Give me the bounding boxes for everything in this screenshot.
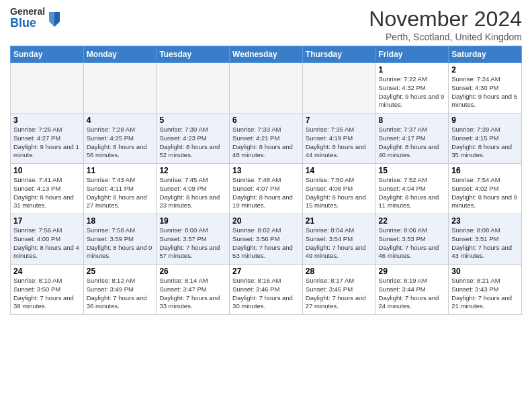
calendar-cell	[83, 63, 157, 113]
day-info: Sunrise: 8:10 AMSunset: 3:50 PMDaylight:…	[13, 277, 81, 311]
calendar-cell: 14Sunrise: 7:50 AMSunset: 4:06 PMDayligh…	[302, 164, 375, 214]
day-number: 12	[159, 166, 226, 175]
day-info: Sunrise: 8:21 AMSunset: 3:43 PMDaylight:…	[451, 277, 519, 311]
calendar-cell: 28Sunrise: 8:17 AMSunset: 3:45 PMDayligh…	[302, 265, 375, 315]
col-tuesday: Tuesday	[157, 46, 230, 63]
calendar-body: 1Sunrise: 7:22 AMSunset: 4:32 PMDaylight…	[11, 63, 522, 315]
day-number: 21	[306, 216, 373, 226]
day-info: Sunrise: 8:08 AMSunset: 3:51 PMDaylight:…	[451, 226, 519, 261]
calendar-week-3: 17Sunrise: 7:56 AMSunset: 4:00 PMDayligh…	[11, 214, 522, 265]
day-info: Sunrise: 7:52 AMSunset: 4:04 PMDaylight:…	[379, 176, 446, 210]
calendar-cell: 6Sunrise: 7:33 AMSunset: 4:21 PMDaylight…	[230, 113, 303, 164]
calendar-week-1: 3Sunrise: 7:26 AMSunset: 4:27 PMDaylight…	[11, 113, 522, 164]
day-info: Sunrise: 7:41 AMSunset: 4:13 PMDaylight:…	[13, 176, 81, 210]
day-info: Sunrise: 7:37 AMSunset: 4:17 PMDaylight:…	[379, 126, 446, 160]
col-sunday: Sunday	[11, 46, 84, 63]
calendar-cell: 9Sunrise: 7:39 AMSunset: 4:15 PMDaylight…	[449, 113, 522, 164]
calendar-week-2: 10Sunrise: 7:41 AMSunset: 4:13 PMDayligh…	[11, 164, 522, 214]
day-number: 27	[232, 267, 300, 276]
svg-marker-1	[54, 12, 60, 27]
col-wednesday: Wednesday	[230, 46, 303, 63]
day-number: 11	[87, 166, 154, 175]
day-number: 20	[232, 216, 300, 226]
calendar-cell: 26Sunrise: 8:14 AMSunset: 3:47 PMDayligh…	[157, 265, 230, 315]
calendar-header: Sunday Monday Tuesday Wednesday Thursday…	[11, 46, 522, 63]
calendar-cell: 21Sunrise: 8:04 AMSunset: 3:54 PMDayligh…	[302, 214, 375, 265]
day-info: Sunrise: 8:16 AMSunset: 3:46 PMDaylight:…	[232, 277, 300, 311]
page-header: General Blue November 2024 Perth, Scotla…	[10, 7, 522, 42]
day-info: Sunrise: 8:17 AMSunset: 3:45 PMDaylight:…	[306, 277, 373, 311]
calendar-cell: 20Sunrise: 8:02 AMSunset: 3:56 PMDayligh…	[230, 214, 303, 265]
calendar-cell: 2Sunrise: 7:24 AMSunset: 4:30 PMDaylight…	[449, 63, 522, 113]
calendar-cell: 16Sunrise: 7:54 AMSunset: 4:02 PMDayligh…	[449, 164, 522, 214]
month-title: November 2024	[369, 7, 522, 32]
calendar-week-0: 1Sunrise: 7:22 AMSunset: 4:32 PMDaylight…	[11, 63, 522, 113]
day-info: Sunrise: 8:04 AMSunset: 3:54 PMDaylight:…	[306, 226, 373, 261]
logo-blue: Blue	[10, 17, 45, 30]
col-saturday: Saturday	[449, 46, 522, 63]
calendar-cell: 30Sunrise: 8:21 AMSunset: 3:43 PMDayligh…	[449, 265, 522, 315]
calendar-cell: 25Sunrise: 8:12 AMSunset: 3:49 PMDayligh…	[83, 265, 157, 315]
day-info: Sunrise: 8:12 AMSunset: 3:49 PMDaylight:…	[87, 277, 154, 311]
day-number: 30	[451, 267, 519, 276]
day-info: Sunrise: 7:33 AMSunset: 4:21 PMDaylight:…	[232, 126, 300, 160]
day-info: Sunrise: 7:26 AMSunset: 4:27 PMDaylight:…	[13, 126, 81, 160]
day-info: Sunrise: 8:00 AMSunset: 3:57 PMDaylight:…	[159, 226, 226, 261]
calendar-cell	[11, 63, 84, 113]
day-number: 26	[159, 267, 226, 276]
day-info: Sunrise: 7:43 AMSunset: 4:11 PMDaylight:…	[87, 176, 154, 210]
day-number: 6	[232, 116, 300, 125]
day-number: 8	[379, 116, 446, 125]
day-number: 28	[306, 267, 373, 276]
day-number: 15	[379, 166, 446, 175]
calendar-cell: 18Sunrise: 7:58 AMSunset: 3:59 PMDayligh…	[83, 214, 157, 265]
calendar-cell: 23Sunrise: 8:08 AMSunset: 3:51 PMDayligh…	[449, 214, 522, 265]
calendar-cell: 13Sunrise: 7:48 AMSunset: 4:07 PMDayligh…	[230, 164, 303, 214]
day-info: Sunrise: 7:56 AMSunset: 4:00 PMDaylight:…	[13, 226, 81, 261]
calendar-cell: 10Sunrise: 7:41 AMSunset: 4:13 PMDayligh…	[11, 164, 84, 214]
calendar-cell: 8Sunrise: 7:37 AMSunset: 4:17 PMDaylight…	[375, 113, 449, 164]
day-info: Sunrise: 7:50 AMSunset: 4:06 PMDaylight:…	[306, 176, 373, 210]
calendar-cell: 1Sunrise: 7:22 AMSunset: 4:32 PMDaylight…	[375, 63, 449, 113]
calendar-table: Sunday Monday Tuesday Wednesday Thursday…	[10, 46, 522, 315]
day-number: 2	[451, 65, 519, 75]
calendar-cell	[230, 63, 303, 113]
calendar-cell: 29Sunrise: 8:19 AMSunset: 3:44 PMDayligh…	[375, 265, 449, 315]
day-info: Sunrise: 7:54 AMSunset: 4:02 PMDaylight:…	[451, 176, 519, 210]
day-number: 14	[306, 166, 373, 175]
calendar-cell: 22Sunrise: 8:06 AMSunset: 3:53 PMDayligh…	[375, 214, 449, 265]
calendar-cell	[157, 63, 230, 113]
day-info: Sunrise: 7:48 AMSunset: 4:07 PMDaylight:…	[232, 176, 300, 210]
calendar-cell: 3Sunrise: 7:26 AMSunset: 4:27 PMDaylight…	[11, 113, 84, 164]
day-number: 3	[13, 116, 81, 125]
day-number: 4	[87, 116, 154, 125]
day-number: 29	[379, 267, 446, 276]
calendar-cell: 12Sunrise: 7:45 AMSunset: 4:09 PMDayligh…	[157, 164, 230, 214]
calendar-week-4: 24Sunrise: 8:10 AMSunset: 3:50 PMDayligh…	[11, 265, 522, 315]
day-number: 19	[159, 216, 226, 226]
day-info: Sunrise: 7:58 AMSunset: 3:59 PMDaylight:…	[87, 226, 154, 261]
calendar-cell: 17Sunrise: 7:56 AMSunset: 4:00 PMDayligh…	[11, 214, 84, 265]
day-info: Sunrise: 7:22 AMSunset: 4:32 PMDaylight:…	[379, 75, 446, 109]
day-info: Sunrise: 8:14 AMSunset: 3:47 PMDaylight:…	[159, 277, 226, 311]
col-friday: Friday	[375, 46, 449, 63]
day-info: Sunrise: 7:28 AMSunset: 4:25 PMDaylight:…	[87, 126, 154, 160]
calendar-cell: 11Sunrise: 7:43 AMSunset: 4:11 PMDayligh…	[83, 164, 157, 214]
calendar-cell: 27Sunrise: 8:16 AMSunset: 3:46 PMDayligh…	[230, 265, 303, 315]
logo-text: General Blue	[10, 7, 45, 30]
calendar-cell: 24Sunrise: 8:10 AMSunset: 3:50 PMDayligh…	[11, 265, 84, 315]
day-info: Sunrise: 7:35 AMSunset: 4:19 PMDaylight:…	[306, 126, 373, 160]
day-info: Sunrise: 7:39 AMSunset: 4:15 PMDaylight:…	[451, 126, 519, 160]
logo-general: General	[10, 7, 45, 17]
day-number: 18	[87, 216, 154, 226]
day-number: 7	[306, 116, 373, 125]
day-number: 10	[13, 166, 81, 175]
calendar-cell: 7Sunrise: 7:35 AMSunset: 4:19 PMDaylight…	[302, 113, 375, 164]
calendar-cell	[302, 63, 375, 113]
logo-icon	[46, 9, 62, 28]
day-info: Sunrise: 8:19 AMSunset: 3:44 PMDaylight:…	[379, 277, 446, 311]
day-number: 13	[232, 166, 300, 175]
day-number: 25	[87, 267, 154, 276]
day-info: Sunrise: 7:30 AMSunset: 4:23 PMDaylight:…	[159, 126, 226, 160]
day-number: 1	[379, 65, 446, 75]
